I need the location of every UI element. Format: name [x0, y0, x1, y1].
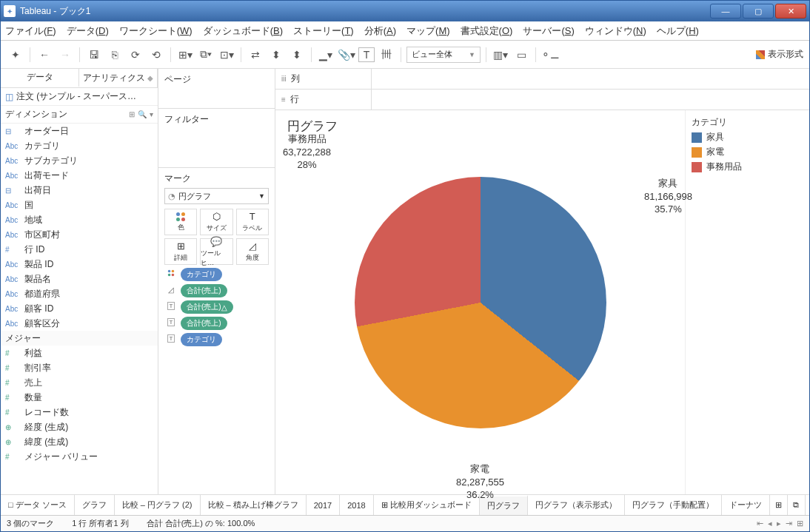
- pill[interactable]: 合計(売上): [181, 317, 227, 330]
- menu-item[interactable]: ファイル(F): [5, 24, 56, 38]
- measure-field[interactable]: ⊕経度 (生成): [1, 420, 158, 434]
- duplicate-button[interactable]: ⧉▾: [197, 46, 215, 64]
- mark-tooltip-button[interactable]: 💬ツールヒ…: [200, 238, 232, 265]
- sheet-tab[interactable]: 2017: [307, 495, 340, 515]
- close-button[interactable]: ✕: [775, 4, 806, 18]
- next-button[interactable]: ▸: [777, 519, 781, 528]
- menu-item[interactable]: ダッシュボード(B): [203, 24, 283, 38]
- dimension-field[interactable]: Abc地域: [1, 212, 158, 227]
- measure-field[interactable]: #割引率: [1, 360, 158, 375]
- new-tab-button[interactable]: □: [806, 495, 809, 515]
- dimension-field[interactable]: Abc顧客 ID: [1, 301, 158, 316]
- measure-field[interactable]: #数量: [1, 390, 158, 405]
- share-button[interactable]: ⚬⚊: [541, 46, 559, 64]
- refresh-button[interactable]: ⟳: [127, 46, 144, 64]
- highlight-button[interactable]: ▁▾: [317, 46, 335, 64]
- measure-field[interactable]: #レコード数: [1, 405, 158, 420]
- pill[interactable]: カテゴリ: [181, 333, 222, 346]
- menu-item[interactable]: 書式設定(O): [461, 24, 513, 38]
- tabs-button[interactable]: ⊞: [797, 519, 803, 528]
- pie-chart[interactable]: 家具81,166,99835.7% 家電82,287,55536.2% 事務用品…: [275, 110, 685, 494]
- dimension-field[interactable]: Abc製品 ID: [1, 257, 158, 272]
- sheet-tab[interactable]: 比較 – 積み上げ棒グラフ: [201, 495, 307, 515]
- filters-card[interactable]: フィルター: [158, 109, 275, 168]
- mark-color-button[interactable]: 色: [164, 209, 197, 235]
- sort-asc-button[interactable]: ⬍: [267, 46, 285, 64]
- dimension-field[interactable]: #行 ID: [1, 242, 158, 257]
- legend-item[interactable]: 家具: [692, 131, 803, 144]
- minimize-button[interactable]: —: [710, 4, 741, 18]
- menu-item[interactable]: サーバー(S): [523, 24, 574, 38]
- prev-button[interactable]: ◂: [768, 519, 772, 528]
- columns-shelf[interactable]: iii列: [275, 69, 809, 90]
- forward-button[interactable]: →: [56, 46, 74, 64]
- fit-dropdown[interactable]: ビュー全体▼: [406, 47, 481, 63]
- menu-item[interactable]: ストーリー(T): [293, 24, 354, 38]
- swap-button[interactable]: ⇄: [247, 46, 264, 64]
- mark-size-button[interactable]: ⬡サイズ: [200, 209, 232, 235]
- sheet-tab[interactable]: 円グラフ（手動配置）: [625, 495, 722, 515]
- sort-desc-button[interactable]: ⬍: [288, 46, 306, 64]
- fix-axes-button[interactable]: 卌: [378, 46, 395, 64]
- first-button[interactable]: ⇤: [757, 519, 763, 528]
- sheet-tab[interactable]: 円グラフ（表示形式）: [528, 495, 625, 515]
- dimension-field[interactable]: Abc都道府県: [1, 286, 158, 301]
- tab-analytics[interactable]: アナリティクス ◆: [79, 69, 158, 87]
- new-sheet-button[interactable]: ⊞▾: [176, 46, 194, 64]
- last-button[interactable]: ⇥: [786, 519, 792, 528]
- mark-detail-button[interactable]: ⊞詳細: [164, 238, 197, 265]
- dimension-field[interactable]: ⊟出荷日: [1, 183, 158, 198]
- sheet-tab[interactable]: 比較 – 円グラフ (2): [115, 495, 201, 515]
- measure-field[interactable]: ⊕緯度 (生成): [1, 434, 158, 449]
- menu-icon[interactable]: ▾: [150, 110, 153, 118]
- menu-item[interactable]: マップ(M): [406, 24, 450, 38]
- tableau-icon[interactable]: ✦: [7, 46, 24, 64]
- pill[interactable]: カテゴリ: [181, 268, 222, 281]
- measure-field[interactable]: #売上: [1, 375, 158, 390]
- new-tab-button[interactable]: ⧉: [788, 495, 806, 515]
- clear-button[interactable]: ⊡▾: [218, 46, 235, 64]
- pause-button[interactable]: ⟲: [147, 46, 165, 64]
- new-datasource-button[interactable]: ⎘: [106, 46, 124, 64]
- pill[interactable]: 合計(売上)△: [181, 300, 233, 314]
- menu-item[interactable]: ワークシート(W): [119, 24, 193, 38]
- dimension-field[interactable]: Abcサブカテゴリ: [1, 153, 158, 168]
- menu-item[interactable]: 分析(A): [364, 24, 396, 38]
- tab-data[interactable]: データ: [1, 69, 79, 87]
- dimension-field[interactable]: Abc国: [1, 198, 158, 212]
- mark-type-dropdown[interactable]: ◔ 円グラフ▼: [164, 188, 269, 204]
- show-me-button[interactable]: 表示形式: [756, 48, 803, 61]
- dimension-field[interactable]: Abc市区町村: [1, 227, 158, 242]
- new-tab-button[interactable]: ⊞: [770, 495, 788, 515]
- sheet-tab[interactable]: □ データ ソース: [1, 495, 75, 515]
- list-view-icon[interactable]: ⊞: [129, 110, 135, 118]
- measure-field[interactable]: #利益: [1, 346, 158, 360]
- pages-card[interactable]: ページ: [158, 69, 275, 109]
- rows-shelf[interactable]: ≡行: [275, 90, 809, 110]
- maximize-button[interactable]: ▢: [743, 4, 774, 18]
- measure-field[interactable]: #メジャー バリュー: [1, 449, 158, 464]
- mark-angle-button[interactable]: ◿角度: [236, 238, 269, 265]
- menu-item[interactable]: ヘルプ(H): [657, 24, 699, 38]
- back-button[interactable]: ←: [36, 46, 53, 64]
- dataset-row[interactable]: ◫ 注文 (サンプル - スーパース…: [1, 88, 158, 106]
- sheet-tab[interactable]: グラフ: [75, 495, 115, 515]
- dimension-field[interactable]: Abc出荷モード: [1, 168, 158, 183]
- legend-item[interactable]: 家電: [692, 146, 803, 158]
- dimension-field[interactable]: Abc製品名: [1, 272, 158, 286]
- sheet-tab[interactable]: 2018: [340, 495, 373, 515]
- menu-item[interactable]: データ(D): [67, 24, 109, 38]
- dimension-field[interactable]: ⊟オーダー日: [1, 124, 158, 138]
- presentation-button[interactable]: ▭: [512, 46, 530, 64]
- legend-item[interactable]: 事務用品: [692, 161, 803, 173]
- menu-item[interactable]: ウィンドウ(N): [585, 24, 646, 38]
- group-button[interactable]: 📎▾: [338, 46, 355, 64]
- totals-button[interactable]: T: [358, 47, 375, 62]
- search-icon[interactable]: 🔍: [138, 110, 147, 118]
- dimension-field[interactable]: Abcカテゴリ: [1, 138, 158, 153]
- mark-label-button[interactable]: Tラベル: [236, 209, 269, 235]
- pill[interactable]: 合計(売上): [181, 284, 227, 297]
- save-button[interactable]: 🖫: [85, 46, 103, 64]
- sheet-tab[interactable]: ドーナツ: [722, 495, 770, 515]
- show-cards-button[interactable]: ▥▾: [492, 46, 509, 64]
